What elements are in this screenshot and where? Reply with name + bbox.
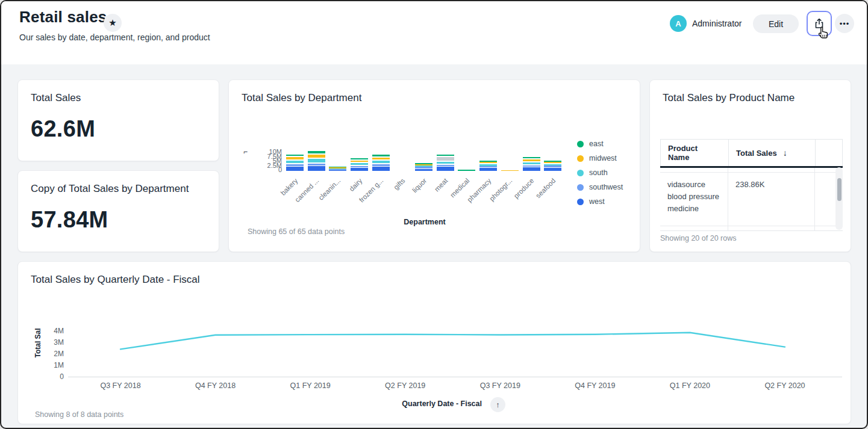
bar-segment-seafood-east[interactable] (544, 161, 561, 162)
bar-segment-canned ...-east[interactable] (308, 150, 325, 153)
legend-dot-south (577, 170, 584, 176)
column-header-product-name[interactable]: Product Name (661, 140, 729, 166)
x-tick-seafood: seafood (516, 177, 557, 218)
bar-segment-bakery-east[interactable] (286, 154, 304, 156)
x-tick-q1-fy-2020: Q1 FY 2020 (657, 381, 723, 390)
bar-segment-dairy-southwest[interactable] (351, 165, 368, 167)
x-tick-pharmacy: pharmacy (451, 177, 492, 218)
sort-descending-icon[interactable]: ↓ (783, 148, 787, 158)
x-tick-q1-fy-2019: Q1 FY 2019 (277, 381, 343, 390)
column-header-total-sales[interactable]: Total Sales ↓ (729, 140, 816, 166)
table-scrollbar[interactable] (835, 167, 843, 230)
data-points-note: Showing 65 of 65 data points (248, 227, 345, 236)
legend-item-west[interactable]: west (577, 196, 605, 208)
x-tick-q4-fy-2019: Q4 FY 2019 (562, 381, 628, 390)
bar-segment-liquor-midwest[interactable] (415, 164, 432, 165)
favorite-star-icon[interactable]: ★ (104, 14, 122, 32)
share-button[interactable] (807, 11, 832, 36)
bar-segment-pharmacy-east[interactable] (479, 161, 497, 162)
table-row-sliver (660, 226, 843, 231)
header-bar: Retail sales ★ Our sales by date, depart… (1, 1, 867, 64)
legend-label: south (589, 168, 608, 177)
x-tick-q3-fy-2019: Q3 FY 2019 (467, 381, 533, 390)
bar-segment-meat-west[interactable] (437, 167, 454, 171)
bar-segment-frozen g...-southwest[interactable] (372, 164, 390, 166)
bar-segment-produce-east[interactable] (523, 156, 540, 158)
legend-label: east (589, 140, 604, 148)
x-tick-liquor: liquor (387, 177, 428, 218)
x-tick-q2-fy-2019: Q2 FY 2019 (372, 381, 439, 390)
bar-segment-frozen g...-midwest[interactable] (372, 157, 390, 159)
cell-product-name: vidasource blood pressure medicine (660, 173, 728, 226)
table-row[interactable]: vidasource blood pressure medicine 238.8… (660, 173, 843, 226)
bar-segment-dairy-east[interactable] (351, 158, 368, 159)
x-tick-q4-fy-2018: Q4 FY 2018 (183, 381, 249, 390)
bar-segment-cleanin...-midwest[interactable] (329, 167, 346, 168)
bar-segment-pharmacy-midwest[interactable] (479, 162, 497, 164)
kpi-value: 57.84M (31, 207, 108, 233)
bar-segment-dairy-south[interactable] (351, 162, 368, 165)
bar-segment-seafood-southwest[interactable] (544, 165, 561, 167)
column-header-label: Total Sales (736, 149, 777, 158)
x-axis-title: Quarterly Date - Fiscal (376, 400, 482, 408)
bar-segment-cleanin...-southwest[interactable] (329, 169, 346, 170)
x-tick-cleanin: cleanin... (301, 177, 342, 218)
bar-segment-liquor-southwest[interactable] (415, 167, 432, 168)
bar-segment-canned ...-midwest[interactable] (308, 154, 325, 158)
bar-segment-pharmacy-southwest[interactable] (479, 166, 497, 168)
bar-segment-bakery-southwest[interactable] (286, 164, 304, 166)
bar-segment-meat-southwest[interactable] (437, 164, 454, 167)
legend-dot-west (577, 199, 584, 205)
legend-item-south[interactable]: south (577, 167, 608, 179)
bar-segment-produce-southwest[interactable] (523, 165, 540, 167)
legend-label: southwest (589, 183, 623, 191)
share-icon (813, 17, 825, 29)
x-tick-medical: medical (430, 177, 471, 218)
bar-segment-cleanin...-east[interactable] (329, 167, 346, 168)
bar-segment-pharmacy-south[interactable] (479, 164, 497, 165)
table-scrollbar-thumb[interactable] (837, 178, 841, 201)
kpi-title: Total Sales (31, 92, 81, 104)
bar-segment-bakery-south[interactable] (286, 160, 304, 163)
bar-segment-meat-east[interactable] (437, 155, 454, 156)
bar-segment-produce-south[interactable] (523, 162, 540, 164)
bar-segment-frozen g...-west[interactable] (372, 167, 390, 171)
bar-segment-dairy-midwest[interactable] (351, 160, 368, 162)
total-sales-line[interactable] (120, 333, 785, 350)
legend-item-midwest[interactable]: midwest (577, 152, 617, 164)
bar-segment-cleanin...-south[interactable] (329, 168, 346, 170)
x-tick-produce: produce (495, 177, 535, 218)
bar-segment-frozen g...-south[interactable] (372, 160, 390, 163)
more-options-button[interactable]: ••• (835, 14, 854, 33)
bar-segment-bakery-west[interactable] (286, 167, 304, 171)
x-tick-q2-fy-2020: Q2 FY 2020 (752, 381, 818, 390)
page-subtitle: Our sales by date, department, region, a… (19, 32, 210, 42)
kpi-card-copy-total-sales: Copy of Total Sales by Department 57.84M (17, 170, 219, 252)
bar-segment-liquor-east[interactable] (415, 163, 432, 164)
x-axis-title: Department (382, 218, 467, 226)
bar-segment-seafood-south[interactable] (544, 164, 561, 165)
avatar[interactable]: A (670, 15, 687, 32)
bar-segment-canned ...-south[interactable] (308, 158, 325, 162)
bar-segment-liquor-south[interactable] (415, 165, 432, 167)
legend-item-east[interactable]: east (577, 138, 604, 150)
bar-segment-seafood-midwest[interactable] (544, 162, 561, 163)
bar-segment-canned ...-west[interactable] (308, 166, 325, 171)
column-header-empty (816, 140, 842, 166)
edit-button[interactable]: Edit (753, 14, 799, 33)
bar-segment-frozen g...-east[interactable] (372, 154, 390, 156)
x-tick-bakery: bakery (258, 177, 299, 218)
x-tick-canned: canned ... (279, 177, 320, 218)
legend-item-southwest[interactable]: southwest (577, 181, 623, 193)
dashboard-window: Retail sales ★ Our sales by date, depart… (0, 0, 868, 429)
legend-label: midwest (589, 154, 617, 162)
chart-card-quarterly: Total Sales by Quarterly Date - Fiscal T… (17, 261, 851, 424)
x-tick-frozeng: frozen g... (344, 177, 385, 218)
bar-segment-meat-(null)[interactable] (437, 156, 454, 161)
bar-segment-bakery-midwest[interactable] (286, 156, 304, 159)
bar-segment-produce-midwest[interactable] (523, 159, 540, 161)
bar-segment-meat-south[interactable] (437, 161, 454, 164)
bar-segment-canned ...-southwest[interactable] (308, 163, 325, 166)
table-header-row: Product Name Total Sales ↓ (660, 139, 843, 166)
sort-ascending-button[interactable]: ↑ (490, 397, 505, 412)
